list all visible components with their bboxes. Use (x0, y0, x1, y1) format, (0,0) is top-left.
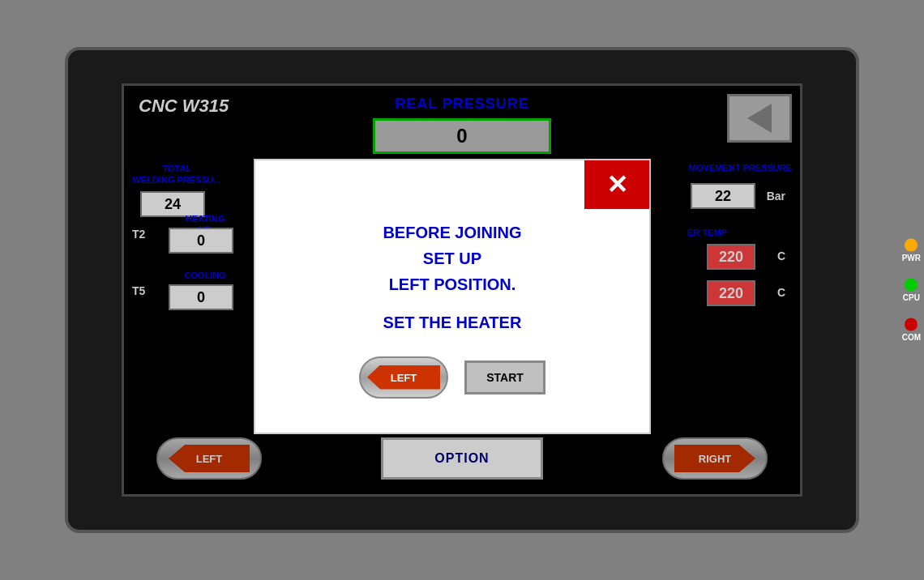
dialog-start-label: START (486, 371, 524, 384)
dialog-message: BEFORE JOINING SET UP LEFT POSITION. (383, 220, 521, 297)
dialog-close-button[interactable]: ✕ (584, 160, 649, 209)
dialog-start-button[interactable]: START (464, 360, 545, 394)
com-dot (905, 318, 918, 331)
outer-frame: CNC W315 REAL PRESSURE 0 TOTAL WELDING P… (65, 47, 859, 533)
dialog-left-label: LEFT (367, 371, 440, 383)
pwr-indicator: PWR (902, 239, 921, 262)
pwr-label: PWR (902, 254, 921, 262)
cpu-label: CPU (903, 293, 920, 302)
main-screen: CNC W315 REAL PRESSURE 0 TOTAL WELDING P… (122, 83, 802, 497)
cpu-dot (905, 279, 918, 292)
cpu-indicator: CPU (903, 279, 920, 302)
side-indicators: PWR CPU COM (902, 239, 921, 342)
dialog-overlay: ✕ BEFORE JOINING SET UP LEFT POSITION. S… (124, 86, 800, 494)
pwr-dot (905, 239, 918, 252)
dialog-buttons: LEFT START (359, 356, 545, 399)
com-indicator: COM (902, 318, 921, 342)
com-label: COM (902, 333, 921, 342)
dialog-box: ✕ BEFORE JOINING SET UP LEFT POSITION. S… (254, 159, 651, 434)
dialog-left-arrow: LEFT (367, 365, 440, 390)
dialog-set-heater: SET THE HEATER (383, 313, 522, 332)
dialog-left-button[interactable]: LEFT (359, 356, 448, 399)
close-icon: ✕ (606, 172, 628, 198)
